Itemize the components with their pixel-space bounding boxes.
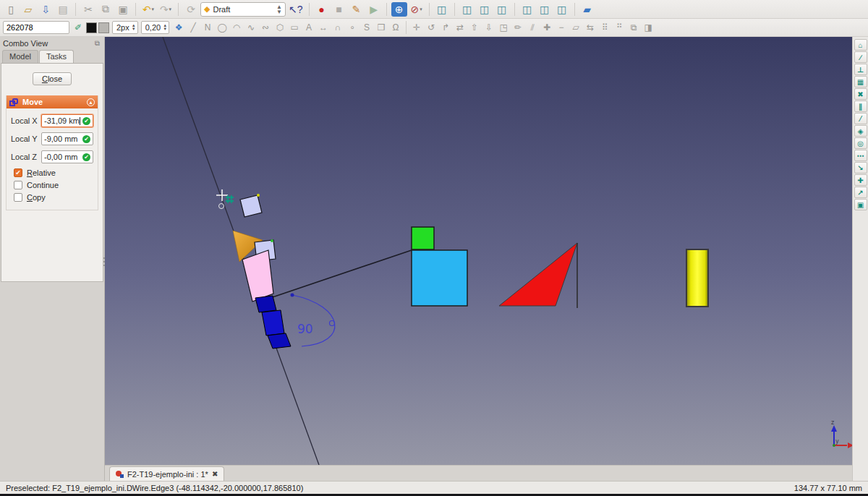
draft-array-icon[interactable]: ⠿ bbox=[597, 20, 612, 35]
new-file-icon[interactable]: ▯ bbox=[3, 2, 19, 17]
draft-to-sketch-icon[interactable]: ⇆ bbox=[583, 20, 597, 35]
snap-working-plane-icon[interactable]: ▣ bbox=[854, 199, 867, 210]
snap-center-icon[interactable]: ◈ bbox=[854, 125, 867, 137]
snap-endpoint-icon[interactable]: ∕ bbox=[854, 51, 867, 63]
draft-remove-point-icon[interactable]: − bbox=[554, 20, 569, 35]
draft-shapestring-icon[interactable]: S bbox=[359, 20, 374, 35]
document-tab[interactable]: F2-T19-ejemplo-ini : 1* ✖ bbox=[109, 466, 224, 481]
draft-line-icon[interactable]: ╱ bbox=[186, 20, 200, 35]
checkbox-continue[interactable]: Continue bbox=[14, 181, 93, 189]
combo-spinner-icon[interactable]: ▲▼ bbox=[276, 4, 282, 14]
text-scale-spinner[interactable]: 0,20 ▲▼ bbox=[141, 21, 169, 34]
draft-text-icon[interactable]: A bbox=[302, 20, 316, 35]
tab-model[interactable]: Model bbox=[2, 50, 38, 63]
snap-parallel-icon[interactable]: ∥ bbox=[854, 101, 867, 112]
macro-edit-icon[interactable]: ✎ bbox=[349, 2, 365, 17]
snap-midpoint-icon[interactable]: ⁄ bbox=[854, 113, 867, 124]
snap-grid-icon[interactable]: ▦ bbox=[854, 76, 867, 87]
view-left-icon[interactable]: ◫ bbox=[554, 2, 570, 17]
draft-dimension-icon[interactable]: ↔ bbox=[316, 20, 331, 35]
view-right-icon[interactable]: ◫ bbox=[494, 2, 510, 17]
measure-distance-icon[interactable]: ▰ bbox=[579, 2, 595, 17]
checkbox-box-icon[interactable]: ✔ bbox=[14, 168, 22, 177]
spinner-arrows-icon[interactable]: ▲▼ bbox=[132, 24, 136, 31]
line-width-spinner[interactable]: 2px ▲▼ bbox=[112, 21, 138, 34]
draft-mirror-icon[interactable]: ◨ bbox=[641, 20, 655, 35]
draft-add-point-icon[interactable]: ✚ bbox=[540, 20, 554, 35]
draft-bezier-icon[interactable]: ∾ bbox=[258, 20, 273, 35]
toggle-construction-icon[interactable]: ✐ bbox=[71, 20, 85, 35]
draft-label-icon[interactable]: Ω bbox=[388, 20, 403, 35]
draft-polygon-icon[interactable]: ⬡ bbox=[273, 20, 287, 35]
view-top-icon[interactable]: ◫ bbox=[477, 2, 493, 17]
draft-edit-icon[interactable]: ✏ bbox=[511, 20, 525, 35]
view-front-icon[interactable]: ◫ bbox=[459, 2, 475, 17]
print-icon[interactable]: ▤ bbox=[55, 2, 71, 17]
draft-wire-icon[interactable]: N bbox=[200, 20, 215, 35]
draw-style-icon[interactable]: ⊘▾ bbox=[409, 2, 425, 17]
face-color-swatch[interactable] bbox=[98, 22, 109, 33]
snap-angle-icon[interactable]: ◎ bbox=[854, 137, 867, 149]
macro-record-icon[interactable]: ● bbox=[314, 2, 330, 17]
checkbox-relative[interactable]: ✔Relative bbox=[14, 168, 93, 177]
draft-facebinder-icon[interactable]: ❒ bbox=[374, 20, 388, 35]
macro-stop-icon[interactable]: ■ bbox=[331, 2, 347, 17]
view-axonometric-icon[interactable]: ◫ bbox=[434, 2, 450, 17]
draft-circle-icon[interactable]: ◯ bbox=[215, 20, 229, 35]
view-bottom-icon[interactable]: ◫ bbox=[537, 2, 553, 17]
draft-stretch-icon[interactable]: ⫽ bbox=[525, 20, 540, 35]
undo-icon[interactable]: ↶▾ bbox=[140, 2, 156, 17]
draft-shape2dview-icon[interactable]: ▱ bbox=[569, 20, 583, 35]
draft-rotate-icon[interactable]: ↺ bbox=[424, 20, 438, 35]
draft-scale-icon[interactable]: ◳ bbox=[496, 20, 511, 35]
snap-near-icon[interactable]: ↘ bbox=[854, 162, 867, 174]
checkbox-copy[interactable]: Copy bbox=[14, 193, 93, 202]
dropdown-arrow-icon[interactable]: ▾ bbox=[420, 7, 422, 12]
draft-arc-icon[interactable]: ◠ bbox=[229, 20, 244, 35]
open-folder-icon[interactable]: ▱ bbox=[20, 2, 36, 17]
draft-downgrade-icon[interactable]: ⇩ bbox=[482, 20, 496, 35]
draft-bspline-icon[interactable]: ∿ bbox=[244, 20, 258, 35]
macro-play-icon[interactable]: ▶ bbox=[366, 2, 382, 17]
apply-style-icon[interactable]: ❖ bbox=[171, 20, 186, 35]
spinner-arrows-icon[interactable]: ▲▼ bbox=[163, 24, 167, 31]
copy-icon[interactable]: ⧉ bbox=[98, 2, 114, 17]
draft-clone-icon[interactable]: ⧉ bbox=[626, 20, 641, 35]
save-icon[interactable]: ⇩ bbox=[38, 2, 54, 17]
cut-icon[interactable]: ✂ bbox=[80, 2, 96, 17]
draft-arc-3points-icon[interactable]: ∩ bbox=[331, 20, 345, 35]
tab-tasks[interactable]: Tasks bbox=[39, 50, 74, 63]
draft-upgrade-icon[interactable]: ⇧ bbox=[467, 20, 482, 35]
workbench-selector[interactable]: ◆Draft▲▼ bbox=[200, 2, 286, 17]
draft-move-icon[interactable]: ✛ bbox=[409, 20, 424, 35]
line-color-swatch[interactable] bbox=[86, 22, 97, 33]
view-rear-icon[interactable]: ◫ bbox=[519, 2, 535, 17]
local-y-input[interactable]: -9,00 mm✔ bbox=[41, 132, 93, 145]
snap-extension-icon[interactable]: ⋯ bbox=[854, 150, 867, 161]
draft-trimex-icon[interactable]: ⇄ bbox=[453, 20, 467, 35]
panel-float-icon[interactable]: ⧉ bbox=[95, 39, 100, 48]
checkbox-box-icon[interactable] bbox=[14, 193, 22, 202]
draft-rectangle-icon[interactable]: ▭ bbox=[287, 20, 302, 35]
draft-coordinate-input[interactable] bbox=[3, 21, 69, 34]
draft-point-icon[interactable]: ∘ bbox=[345, 20, 359, 35]
refresh-icon[interactable]: ⟳ bbox=[183, 2, 199, 17]
dropdown-arrow-icon[interactable]: ▾ bbox=[152, 7, 155, 12]
view-fit-all-icon[interactable]: ⊕ bbox=[391, 2, 407, 17]
move-panel-header[interactable]: Move ▲ bbox=[7, 95, 98, 108]
snap-lock-icon[interactable]: ⌂ bbox=[854, 39, 867, 51]
draft-offset-icon[interactable]: ↱ bbox=[438, 20, 453, 35]
checkbox-box-icon[interactable] bbox=[14, 181, 22, 189]
whatsthis-icon[interactable]: ↖? bbox=[287, 2, 305, 17]
local-x-input[interactable]: -31,09 km✔ bbox=[41, 114, 93, 127]
paste-icon[interactable]: ▣ bbox=[115, 2, 131, 17]
snap-special-icon[interactable]: ✚ bbox=[854, 174, 867, 186]
draft-path-array-icon[interactable]: ⠛ bbox=[612, 20, 626, 35]
redo-icon[interactable]: ↷▾ bbox=[158, 2, 174, 17]
snap-ortho-icon[interactable]: ↗ bbox=[854, 187, 867, 198]
snap-perpendicular-icon[interactable]: ⊥ bbox=[854, 64, 867, 75]
tab-close-icon[interactable]: ✖ bbox=[212, 470, 218, 478]
dropdown-arrow-icon[interactable]: ▾ bbox=[169, 7, 172, 12]
3d-viewport[interactable]: 90zyx bbox=[105, 37, 852, 465]
collapse-icon[interactable]: ▲ bbox=[87, 98, 95, 106]
